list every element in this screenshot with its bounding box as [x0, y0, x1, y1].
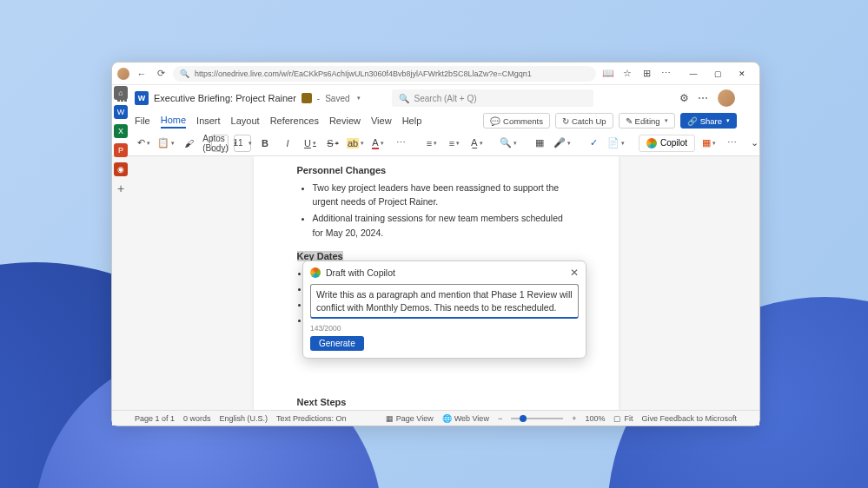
editing-mode-button[interactable]: ✎ Editing ▾: [619, 113, 675, 129]
editor-button[interactable]: ✓: [585, 135, 602, 152]
highlight-button[interactable]: ab▾: [347, 135, 364, 152]
char-count: 143/2000: [310, 324, 579, 333]
designer-button[interactable]: ▦: [531, 135, 548, 152]
addins-button[interactable]: ▦▾: [700, 135, 718, 152]
profile-avatar-icon[interactable]: [117, 68, 129, 80]
close-icon[interactable]: ✕: [570, 267, 579, 279]
document-canvas[interactable]: Personnel Changes Two key project leader…: [112, 156, 759, 410]
tab-review[interactable]: Review: [329, 114, 361, 128]
word-count[interactable]: 0 words: [183, 414, 211, 423]
page-view-button[interactable]: ▦ Page View: [386, 414, 434, 423]
copilot-button[interactable]: Copilot: [639, 135, 695, 152]
zoom-level[interactable]: 100%: [585, 414, 605, 423]
web-view-button[interactable]: 🌐 Web View: [442, 414, 489, 423]
copilot-logo-icon: [310, 267, 321, 278]
more-options-icon[interactable]: ⋯: [698, 92, 709, 104]
collections-icon[interactable]: ⊞: [639, 67, 653, 81]
favorite-icon[interactable]: ☆: [620, 67, 634, 81]
back-button[interactable]: ←: [135, 67, 149, 81]
document-title[interactable]: Executive Briefing: Project Rainer: [154, 93, 296, 103]
address-bar[interactable]: 🔍 https://onedrive.live.com/w/r/EaCKkPs6…: [173, 66, 596, 82]
page-indicator[interactable]: Page 1 of 1: [135, 414, 175, 423]
tab-file[interactable]: File: [135, 114, 150, 128]
copilot-panel-title: Draft with Copilot: [326, 267, 395, 278]
search-placeholder: Search (Alt + Q): [414, 94, 477, 103]
more-icon[interactable]: ⋯: [659, 67, 673, 81]
undo-button[interactable]: ↶▾: [135, 135, 152, 152]
format-painter-button[interactable]: 🖌: [180, 135, 197, 152]
text-predictions[interactable]: Text Predictions: On: [276, 414, 347, 423]
dictate-button[interactable]: 🎤▾: [553, 135, 571, 152]
browser-window: ← ⟳ 🔍 https://onedrive.live.com/w/r/EaCK…: [111, 62, 760, 426]
taskbar-powerpoint-icon[interactable]: P: [114, 143, 128, 157]
maximize-button[interactable]: ▢: [706, 65, 730, 82]
font-color-button[interactable]: A▾: [369, 135, 387, 152]
font-size-select[interactable]: 11▾: [234, 135, 251, 152]
sensitivity-badge-icon[interactable]: [301, 93, 312, 103]
feedback-link[interactable]: Give Feedback to Microsoft: [641, 414, 737, 423]
taskbar-pinterest-icon[interactable]: ◉: [114, 162, 128, 176]
heading-personnel: Personnel Changes: [297, 163, 575, 179]
copilot-logo-icon: [646, 138, 657, 148]
tab-references[interactable]: References: [270, 114, 319, 128]
zoom-in-button[interactable]: +: [572, 414, 576, 423]
status-bar: Page 1 of 1 0 words English (U.S.) Text …: [112, 410, 759, 425]
refresh-button[interactable]: ⟳: [154, 67, 168, 81]
personnel-list: Two key project leaders have been reassi…: [297, 181, 575, 241]
taskbar-add-icon[interactable]: +: [114, 181, 128, 195]
share-button[interactable]: 🔗 Share ▾: [680, 113, 737, 129]
strikethrough-button[interactable]: S▾: [324, 135, 341, 152]
taskbar-home-icon[interactable]: ⌂: [114, 86, 128, 100]
styles-button[interactable]: A̲▾: [468, 135, 486, 152]
formatting-toolbar: ↶▾ 📋▾ 🖌 Aptos (Body)▾ 11▾ B I U▾ S▾ ab▾ …: [112, 130, 759, 156]
user-avatar[interactable]: [718, 89, 735, 107]
underline-button[interactable]: U▾: [301, 135, 319, 152]
word-app-icon[interactable]: W: [135, 91, 149, 105]
font-name-select[interactable]: Aptos (Body)▾: [211, 135, 229, 152]
tab-help[interactable]: Help: [402, 114, 422, 128]
list-item: Two key project leaders have been reassi…: [313, 181, 575, 210]
settings-icon[interactable]: ⚙: [679, 92, 689, 104]
search-icon: 🔍: [399, 94, 409, 103]
overflow-button[interactable]: ⋯: [723, 135, 740, 152]
zoom-slider[interactable]: [511, 418, 563, 419]
zoom-out-button[interactable]: −: [498, 414, 502, 423]
taskbar-word-icon[interactable]: W: [114, 105, 128, 119]
copilot-prompt-input[interactable]: [310, 284, 579, 319]
search-icon: 🔍: [180, 69, 189, 78]
close-button[interactable]: ✕: [730, 65, 754, 82]
save-status[interactable]: Saved: [325, 94, 349, 103]
fit-button[interactable]: ▢ Fit: [613, 414, 633, 423]
reuse-button[interactable]: 📄▾: [607, 135, 625, 152]
heading-keydates: Key Dates: [297, 251, 343, 261]
collapse-ribbon-button[interactable]: ⌄: [745, 135, 763, 152]
bullets-button[interactable]: ≡▾: [423, 135, 441, 152]
heading-nextsteps: Next Steps: [297, 395, 575, 410]
copilot-draft-panel: Draft with Copilot ✕ 143/2000 Generate: [302, 260, 586, 359]
generate-button[interactable]: Generate: [310, 336, 364, 351]
align-button[interactable]: ≡▾: [446, 135, 463, 152]
paste-button[interactable]: 📋▾: [157, 135, 175, 152]
catchup-button[interactable]: ↻ Catch Up: [555, 113, 613, 129]
tab-insert[interactable]: Insert: [196, 114, 221, 128]
tab-home[interactable]: Home: [161, 113, 186, 129]
tab-view[interactable]: View: [371, 114, 392, 128]
minimize-button[interactable]: —: [681, 65, 706, 82]
url-text: https://onedrive.live.com/w/r/EaCKkPs6Ac…: [195, 69, 532, 78]
more-font-button[interactable]: ⋯: [392, 135, 409, 152]
bold-button[interactable]: B: [256, 135, 274, 152]
find-button[interactable]: 🔍▾: [500, 135, 517, 152]
list-item: Additional training sessions for new tea…: [313, 211, 575, 241]
dash: -: [317, 94, 320, 103]
search-input[interactable]: 🔍 Search (Alt + Q): [392, 89, 593, 107]
reading-mode-icon[interactable]: 📖: [601, 67, 615, 81]
language-indicator[interactable]: English (U.S.): [220, 414, 268, 423]
italic-button[interactable]: I: [279, 135, 296, 152]
ribbon-tabs: File Home Insert Layout References Revie…: [112, 111, 759, 130]
comments-button[interactable]: 💬 Comments: [483, 113, 550, 129]
browser-titlebar: ← ⟳ 🔍 https://onedrive.live.com/w/r/EaCK…: [112, 63, 759, 85]
taskbar-excel-icon[interactable]: X: [114, 124, 128, 138]
tab-layout[interactable]: Layout: [231, 114, 260, 128]
document-header: W Executive Briefing: Project Rainer - S…: [112, 85, 759, 111]
chevron-down-icon[interactable]: ▾: [357, 95, 361, 102]
